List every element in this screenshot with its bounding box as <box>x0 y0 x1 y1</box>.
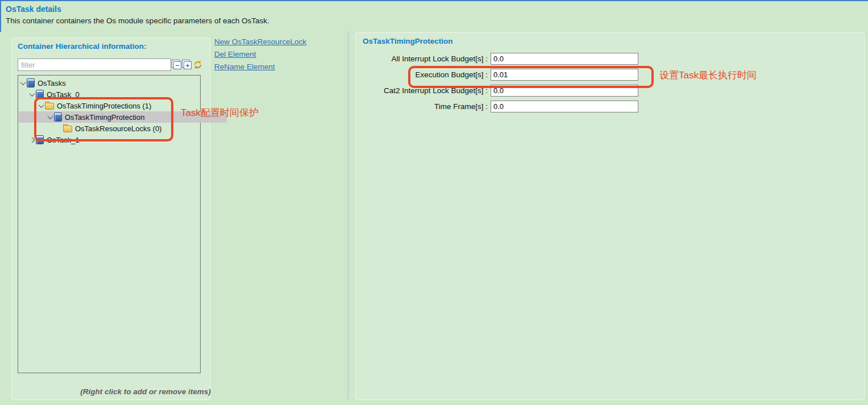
container-node-icon <box>36 90 44 99</box>
pane-top-border <box>0 0 868 1</box>
hierarchy-tree: OsTasks OsTask_0 OsTaskTimingProtections… <box>18 75 201 373</box>
field-label: Cat2 Interrupt Lock Budget[s] : <box>358 86 491 95</box>
folder-icon <box>45 103 54 110</box>
expand-all-button[interactable]: + <box>184 61 192 69</box>
container-node-icon <box>36 135 44 144</box>
action-links: New OsTaskResourceLock Del Element ReNam… <box>214 37 306 71</box>
all-interrupt-lock-budget-input[interactable] <box>491 53 638 65</box>
folder-icon <box>63 126 72 132</box>
tree-item-label: OsTaskResourceLocks (0) <box>75 124 161 133</box>
tree-item-ostask-1[interactable]: OsTask_1 <box>19 134 209 145</box>
field-row-cat2-interrupt-lock-budget: Cat2 Interrupt Lock Budget[s] : <box>358 84 638 97</box>
rename-element-link[interactable]: ReName Element <box>214 62 306 71</box>
tree-item-ostask-0[interactable]: OsTask_0 <box>19 89 209 100</box>
del-element-link[interactable]: Del Element <box>214 50 306 59</box>
field-label: Execution Budget[s] : <box>358 70 491 79</box>
refresh-icon[interactable] <box>193 60 203 70</box>
chevron-down-icon[interactable] <box>38 102 44 108</box>
timing-protection-header: OsTaskTimingProtection <box>363 37 453 45</box>
container-node-icon <box>54 112 62 122</box>
tree-item-label: OsTasks <box>38 79 66 87</box>
new-ostaskresourcelock-link[interactable]: New OsTaskResourceLock <box>214 37 306 46</box>
field-label: Time Frame[s] : <box>358 102 491 111</box>
page-subtitle: This container containers the Os module … <box>6 16 269 25</box>
chevron-down-icon[interactable] <box>20 80 26 85</box>
tree-item-label: OsTask_0 <box>47 90 80 99</box>
tree-item-ostasks[interactable]: OsTasks <box>19 77 200 89</box>
page-title: OsTask details <box>6 5 61 14</box>
field-row-time-frame: Time Frame[s] : <box>358 100 638 112</box>
tree-annotation-text: Task配置时间保护 <box>181 106 259 119</box>
tree-item-label: OsTask_1 <box>47 136 80 144</box>
tree-item-ostaskresourcelocks[interactable]: OsTaskResourceLocks (0) <box>19 123 236 134</box>
field-row-all-interrupt-lock-budget: All Interrupt Lock Budget[s] : <box>358 52 638 65</box>
cat2-interrupt-lock-budget-input[interactable] <box>491 85 638 97</box>
execution-budget-annotation-text: 设置Task最长执行时间 <box>659 69 757 82</box>
collapse-all-button[interactable]: − <box>173 61 181 69</box>
panel-divider[interactable] <box>347 31 349 399</box>
execution-budget-input[interactable] <box>491 69 638 81</box>
container-hierarchy-panel: Container Hierarchical information: − + … <box>11 37 210 400</box>
time-frame-input[interactable] <box>491 101 638 112</box>
chevron-down-icon[interactable] <box>47 114 53 119</box>
pane-left-border <box>0 0 1 32</box>
tree-item-label: OsTaskTimingProtection <box>65 113 144 122</box>
hierarchy-panel-header: Container Hierarchical information: <box>18 42 147 51</box>
tree-item-label: OsTaskTimingProtections (1) <box>57 102 151 110</box>
container-node-icon <box>27 78 35 87</box>
chevron-down-icon[interactable] <box>29 91 35 97</box>
field-row-execution-budget: Execution Budget[s] : <box>358 68 638 81</box>
tree-filter-input[interactable] <box>18 59 171 71</box>
ostask-details-view: OsTask details This container containers… <box>0 0 868 405</box>
field-label: All Interrupt Lock Budget[s] : <box>358 55 491 63</box>
tree-footer-note: (Right click to add or remove items) <box>52 387 239 396</box>
chevron-right-icon[interactable] <box>29 137 35 143</box>
